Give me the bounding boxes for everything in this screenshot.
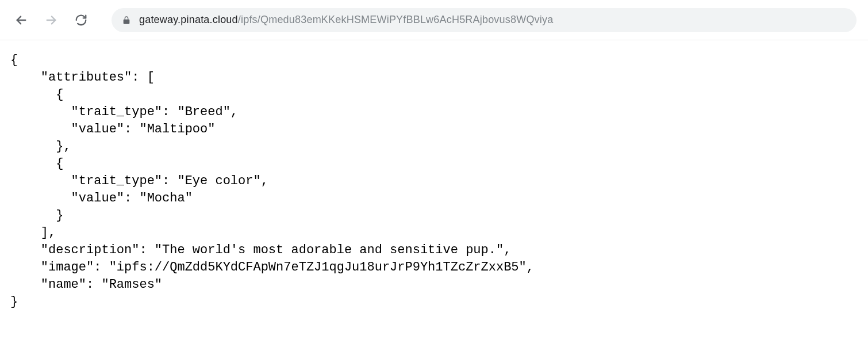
json-line: "attributes": [: [10, 70, 155, 85]
json-content: { "attributes": [ { "trait_type": "Breed…: [0, 40, 868, 322]
json-line: "value": "Maltipoo": [10, 122, 215, 136]
json-line: ],: [10, 226, 56, 240]
address-bar[interactable]: gateway.pinata.cloud/ipfs/Qmedu83emKKekH…: [112, 8, 857, 32]
arrow-left-icon: [15, 14, 28, 26]
json-line: }: [10, 208, 63, 223]
json-line: "value": "Mocha": [10, 191, 193, 205]
json-line: "trait_type": "Breed",: [10, 105, 238, 119]
forward-button[interactable]: [41, 10, 61, 30]
arrow-right-icon: [45, 14, 57, 26]
url-domain: gateway.pinata.cloud: [139, 14, 238, 25]
json-line: {: [10, 53, 18, 67]
reload-button[interactable]: [71, 10, 91, 30]
reload-icon: [75, 14, 87, 26]
json-line: "image": "ipfs://QmZdd5KYdCFApWn7eTZJ1qg…: [10, 260, 534, 275]
json-line: {: [10, 87, 63, 102]
json-line: "name": "Ramses": [10, 277, 162, 292]
json-line: }: [10, 295, 18, 309]
back-button[interactable]: [11, 10, 31, 30]
url-text: gateway.pinata.cloud/ipfs/Qmedu83emKKekH…: [139, 14, 553, 26]
lock-icon: [122, 16, 131, 25]
json-line: {: [10, 157, 63, 171]
json-line: "description": "The world's most adorabl…: [10, 243, 511, 257]
browser-toolbar: gateway.pinata.cloud/ipfs/Qmedu83emKKekH…: [0, 0, 868, 40]
url-path: /ipfs/Qmedu83emKKekHSMEWiPYfBBLw6AcH5RAj…: [238, 14, 554, 25]
json-line: },: [10, 139, 71, 154]
json-line: "trait_type": "Eye color",: [10, 174, 268, 188]
